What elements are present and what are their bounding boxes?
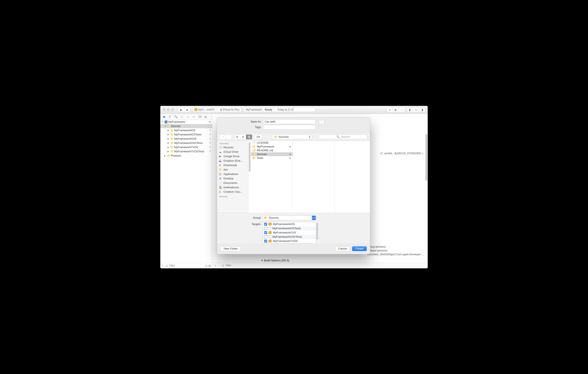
tree-item[interactable]: ▶ MyFrameworkiOSTests ?	[160, 132, 212, 137]
recent-filter-icon[interactable]: ◷	[205, 264, 207, 267]
cancel-button[interactable]: Cancel	[335, 246, 350, 251]
tree-item[interactable]: ▶ MyFrameworkOSXTests ?	[160, 141, 212, 145]
add-button[interactable]: ＋	[162, 264, 164, 267]
navigator-panel: ▣ ☰ 🔍 ⚠ ◇ ≔ ⌫ ▤ ▼ MyFramework M ▼ Source…	[160, 114, 212, 268]
navigator-footer: ＋ ◎ ◷ ⊠	[160, 263, 212, 268]
sidebar-item[interactable]: 📄Documents	[217, 181, 248, 185]
new-folder-button[interactable]: New Folder	[220, 246, 241, 251]
tree-item[interactable]: ▶ MyFrameworkOSX ?	[160, 137, 212, 141]
browser-column-3[interactable]	[335, 141, 370, 213]
toggle-utilities-button[interactable]: ◨	[419, 107, 425, 112]
standard-editor-button[interactable]: ≡	[387, 107, 393, 112]
sidebar-item[interactable]: ☁iCloud Drive	[217, 150, 248, 154]
debug-navigator-tab[interactable]: ≔	[192, 115, 195, 118]
tree-item[interactable]: ▶ MyFrameworkTVOS ?	[160, 145, 212, 150]
nav-back-forward: 〈 〉	[220, 134, 232, 139]
sheet-footer: New Folder Cancel Create	[217, 243, 370, 254]
scm-filter-icon[interactable]: ⊠	[209, 264, 211, 267]
zoom-window-button[interactable]	[171, 108, 174, 111]
expand-collapse-button[interactable]: ˄	[319, 119, 324, 124]
file-row[interactable]: 📄LICENSE	[251, 141, 293, 145]
report-navigator-tab[interactable]: ▤	[204, 115, 207, 118]
symbol-navigator-tab[interactable]: ☰	[168, 115, 172, 118]
browser-column-1[interactable]: 📄LICENSE 📁MyFramework▶ 📝README.md 📁Sourc…	[251, 141, 293, 213]
run-button[interactable]: ▶	[178, 107, 184, 112]
test-icon	[268, 235, 271, 238]
device-icon: ▮	[220, 108, 222, 111]
saveas-input[interactable]	[263, 119, 315, 124]
bg-path-release: Release-iphoneos	[367, 249, 423, 253]
sidebar-item[interactable]: 🕘Recents	[217, 145, 248, 150]
search-field[interactable]: 🔍 Search	[319, 135, 368, 139]
favorites-header: Favorites	[217, 141, 248, 145]
remove-button[interactable]: −	[218, 264, 220, 267]
filter-scope-icon[interactable]: ◎	[166, 264, 168, 267]
finder-sidebar[interactable]: Favorites 🕘Recents ☁iCloud Drive ◆Google…	[217, 141, 248, 213]
sidebar-item[interactable]: 🖥Desktop	[217, 176, 248, 181]
forward-button[interactable]: 〉	[226, 135, 232, 139]
filter-scope-icon[interactable]: ◎	[222, 264, 224, 267]
target-checkbox[interactable]	[264, 235, 267, 238]
folder-icon	[167, 154, 170, 157]
target-checkbox[interactable]	[264, 231, 267, 234]
target-row[interactable]: MyFrameworkTVOS	[263, 239, 316, 243]
file-row[interactable]: 📝README.md	[251, 149, 293, 152]
target-row[interactable]: MyFrameworkOSX	[263, 231, 316, 235]
target-checkbox[interactable]	[264, 240, 267, 243]
sidebar-item[interactable]: ⬓Dropbox (Ene…	[217, 159, 248, 163]
tags-input[interactable]	[263, 125, 315, 129]
toggle-navigator-button[interactable]: ◧	[407, 107, 413, 112]
assistant-editor-button[interactable]: ◐	[393, 107, 399, 112]
test-navigator-tab[interactable]: ◇	[186, 115, 189, 118]
target-row[interactable]: MyFrameworkOSXTests	[263, 235, 316, 239]
navigator-filter-input[interactable]	[169, 264, 204, 267]
target-row[interactable]: MyFrameworkiOS	[263, 222, 316, 226]
breakpoint-navigator-tab[interactable]: ⌫	[198, 115, 201, 118]
minimize-window-button[interactable]	[167, 108, 170, 111]
target-row[interactable]: MyFrameworkiOSTests	[263, 226, 316, 231]
file-row[interactable]: 📁Sources▶	[251, 152, 293, 156]
group-arrange-button[interactable]: ⊟▾	[254, 134, 262, 139]
tree-item-sources[interactable]: ▼ Sources	[160, 124, 212, 128]
group-popup[interactable]: Sources ▲▼	[263, 215, 316, 220]
sidebar-item[interactable]: 🏠enekoalonso	[217, 185, 248, 190]
create-button[interactable]: Create	[352, 246, 367, 251]
issue-navigator-tab[interactable]: ⚠	[180, 115, 184, 118]
target-checkbox[interactable]	[264, 223, 267, 226]
target-icon	[268, 231, 272, 234]
bg-archs-text: v7, arm64) - $(ARCHS_STANDARD ◇	[380, 152, 423, 155]
find-navigator-tab[interactable]: 🔍	[174, 115, 178, 118]
tree-item-products[interactable]: ▶ Products	[160, 154, 212, 158]
back-button[interactable]: 〈	[220, 135, 226, 139]
applications-icon: Ⓐ	[219, 172, 221, 176]
toggle-debug-button[interactable]: ▭	[413, 107, 419, 112]
debug-filter-input[interactable]	[226, 264, 257, 267]
tree-item[interactable]: ▶ MyFrameworkiOS ?	[160, 128, 212, 132]
file-row[interactable]: 📁Tests▶	[251, 156, 293, 160]
version-editor-button[interactable]: ↔	[399, 107, 405, 112]
column-view-button[interactable]: ▥	[246, 135, 252, 139]
list-view-button[interactable]: ≣	[240, 135, 246, 139]
project-navigator-tab[interactable]: ▣	[162, 115, 166, 118]
stop-button[interactable]: ■	[184, 107, 190, 112]
add-breakpoint-button[interactable]: ＋	[214, 264, 217, 267]
close-window-button[interactable]	[163, 108, 165, 111]
path-popup[interactable]: 📁 Sources ▲▼	[272, 135, 312, 139]
sidebar-scrollbar[interactable]	[248, 141, 251, 213]
browser-column-2[interactable]	[293, 141, 335, 213]
icon-view-button[interactable]: ⊞	[234, 135, 240, 139]
sidebar-item[interactable]: 📁dev	[217, 167, 248, 172]
project-tree[interactable]: ▼ MyFramework M ▼ Sources ▶ MyFrameworki…	[160, 120, 212, 263]
sidebar-item[interactable]: ◎Creative Clou…	[217, 190, 248, 194]
targets-scrollbar[interactable]	[316, 222, 318, 243]
sidebar-item[interactable]: ⒶApplications	[217, 172, 248, 176]
scrollbar[interactable]	[425, 128, 428, 262]
targets-table[interactable]: MyFrameworkiOS MyFrameworkiOSTests MyFra…	[263, 222, 316, 243]
tree-item[interactable]: ▶ MyFrameworkTVOSTests ?	[160, 150, 212, 154]
scheme-selector[interactable]: MyFr…orkiOS 〉 ▮iPhone 6s Plus	[192, 107, 242, 112]
file-row[interactable]: 📁MyFramework▶	[251, 145, 293, 149]
project-root[interactable]: ▼ MyFramework M	[160, 120, 212, 124]
sidebar-item[interactable]: ⬇Downloads	[217, 163, 248, 167]
sidebar-item[interactable]: ◆Google Drive	[217, 154, 248, 159]
target-checkbox[interactable]	[264, 227, 267, 230]
